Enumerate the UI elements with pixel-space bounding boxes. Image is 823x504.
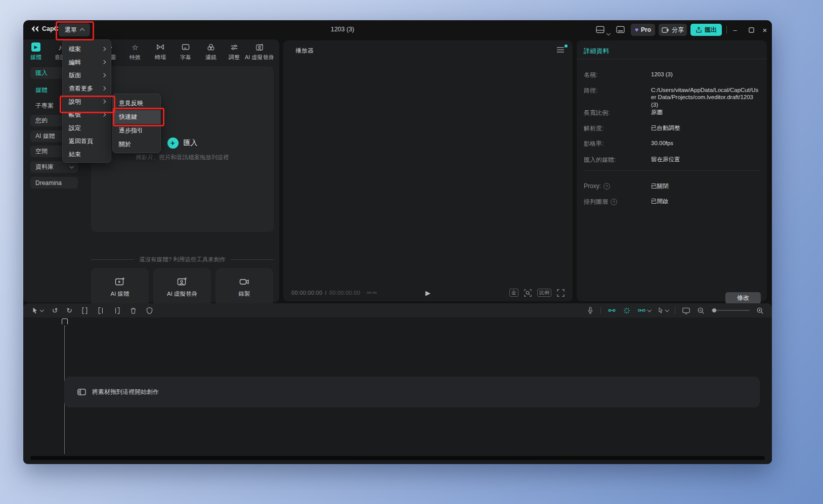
submenu-item-label: 快速鍵 [119, 113, 137, 121]
detail-value-path: C:/Users/vitaw/AppData/Local/CapCut/User… [651, 86, 760, 108]
layout-mode-button[interactable] [596, 26, 604, 33]
slider-handle[interactable] [712, 308, 716, 312]
preview-screen-icon[interactable] [682, 307, 690, 314]
help-submenu: 意見反映 快速鍵 逐步指引 關於 [112, 94, 161, 153]
ai-avatar-plus-icon [177, 277, 187, 286]
pro-badge[interactable]: ♥ Pro [631, 24, 655, 36]
tool-card-label: 錄製 [239, 290, 250, 298]
submenu-item-guide[interactable]: 逐步指引 [113, 124, 160, 138]
trim-right-icon[interactable] [113, 307, 121, 314]
menu-item-layout[interactable]: 版面 [63, 69, 111, 82]
menu-item-exit[interactable]: 結束 [63, 148, 111, 161]
undo-icon[interactable]: ↺ [52, 307, 58, 314]
menu-item-file[interactable]: 檔案 [63, 42, 111, 56]
menu-item-label: 查看更多 [69, 84, 93, 93]
chevron-right-icon [101, 86, 105, 90]
submenu-item-about[interactable]: 關於 [113, 138, 160, 151]
voiceover-mic-icon[interactable] [587, 306, 594, 314]
timecode-flag-icon [367, 292, 377, 294]
cursor-mode-button[interactable] [658, 307, 669, 314]
import-label: 匯入 [184, 139, 198, 148]
menu-item-view-more[interactable]: 查看更多 [63, 82, 111, 95]
menu-item-help[interactable]: 說明 [63, 95, 111, 108]
proxy-label: Proxy: [584, 182, 601, 190]
auto-ripple-toggle[interactable] [608, 307, 616, 314]
tab-ai-avatar[interactable]: AI 虛擬替身 [245, 42, 274, 61]
submenu-item-shortcuts[interactable]: 快速鍵 [113, 110, 160, 124]
help-icon[interactable]: ? [603, 183, 610, 190]
record-card[interactable]: 錄製 [215, 268, 273, 306]
media-panel: ▶ 媒體 ♪ 音訊 ◔ 貼圖 ☆ 特效 轉場 字幕 [23, 39, 279, 302]
tab-label: 調整 [229, 54, 240, 61]
plus-icon: + [167, 138, 179, 149]
sidebar-item-library[interactable]: 資料庫 [30, 161, 78, 173]
mask-icon[interactable] [146, 307, 153, 314]
ai-avatar-card[interactable]: AI 虛擬替身 [153, 268, 211, 306]
details-panel: 詳細資料 名稱: 1203 (3) 路徑: C:/Users/vitaw/App… [577, 40, 767, 301]
ai-media-card[interactable]: AI 媒體 [91, 268, 149, 306]
pro-label: Pro [641, 26, 651, 33]
quality-button[interactable]: 全 [509, 289, 518, 297]
chevron-down-icon[interactable] [607, 29, 610, 38]
tab-captions[interactable]: 字幕 [180, 42, 191, 61]
panel-layout-button[interactable] [616, 26, 625, 33]
menu-item-settings[interactable]: 設定 [63, 121, 111, 134]
submenu-item-feedback[interactable]: 意見反映 [113, 97, 160, 110]
close-button[interactable]: × [758, 23, 771, 36]
tab-transitions[interactable]: 轉場 [155, 42, 166, 61]
snapping-toggle[interactable] [637, 307, 651, 314]
maximize-button[interactable] [745, 23, 758, 36]
tab-label: 媒體 [30, 54, 41, 61]
preview-axis-toggle[interactable] [623, 307, 631, 314]
share-button[interactable]: 分享 [659, 24, 687, 36]
split-icon[interactable] [81, 307, 89, 314]
caption-icon [182, 42, 190, 52]
sidebar-item-label: 匯入 [35, 69, 48, 77]
menu-button[interactable]: 選單 [59, 23, 90, 36]
chevron-down-icon [665, 308, 669, 312]
sidebar-item-dreamina[interactable]: Dreamina [30, 177, 78, 189]
delete-icon[interactable] [129, 307, 137, 314]
play-button[interactable]: ▶ [425, 289, 430, 297]
playhead-handle[interactable] [62, 318, 68, 327]
trim-left-icon[interactable] [97, 307, 105, 314]
ratio-button[interactable]: 比例 [537, 289, 551, 297]
help-icon[interactable]: ? [611, 199, 617, 205]
detail-value-resolution: 已自動調整 [651, 124, 760, 131]
modify-button[interactable]: 修改 [725, 292, 761, 304]
chevron-up-icon [80, 28, 85, 33]
submenu-item-label: 逐步指引 [119, 126, 143, 135]
drop-hint: 將影片、照片和音訊檔案拖放到這裡 [136, 154, 229, 161]
main-menu-dropdown: 檔案 編輯 版面 查看更多 說明 帳號 設定 返回首頁 結束 [62, 39, 111, 163]
menu-item-edit[interactable]: 編輯 [63, 56, 111, 69]
media-strip-icon [77, 388, 86, 396]
detail-value-proxy: 已關閉 [651, 182, 760, 190]
menu-item-back-home[interactable]: 返回首頁 [63, 134, 111, 148]
sidebar-item-label: 您的 [35, 116, 48, 125]
menu-item-label: 版面 [69, 71, 81, 80]
menu-item-label: 返回首頁 [69, 137, 93, 146]
redo-icon[interactable]: ↻ [66, 307, 72, 314]
player-menu-button[interactable] [556, 47, 565, 53]
tab-effects[interactable]: ☆ 特效 [129, 42, 141, 61]
filter-circles-icon [207, 42, 215, 52]
minimize-button[interactable]: – [728, 23, 742, 36]
zoom-in-icon[interactable] [756, 307, 764, 314]
export-button[interactable]: 匯出 [690, 24, 722, 36]
chevron-right-icon [101, 73, 105, 77]
fullscreen-icon[interactable] [557, 289, 565, 297]
zoom-out-icon[interactable] [697, 307, 705, 314]
timeline-zoom-slider[interactable] [711, 310, 750, 311]
tab-media[interactable]: ▶ 媒體 [30, 42, 41, 61]
tab-adjust[interactable]: 調整 [229, 42, 240, 61]
tab-filters[interactable]: 濾鏡 [205, 42, 216, 61]
zoom-preview-button[interactable] [524, 289, 532, 297]
timeline-drop-zone[interactable]: 將素材拖到這裡開始創作 [64, 377, 760, 407]
timeline-scrollbar[interactable] [30, 456, 765, 460]
chevron-right-icon [101, 60, 105, 64]
select-tool-button[interactable] [31, 307, 44, 314]
detail-label-layering: 排列圖層 ? [584, 198, 617, 206]
detail-label-framerate: 影格率: [584, 140, 603, 148]
menu-item-account[interactable]: 帳號 [63, 108, 111, 121]
capcut-logo-icon [30, 25, 39, 32]
